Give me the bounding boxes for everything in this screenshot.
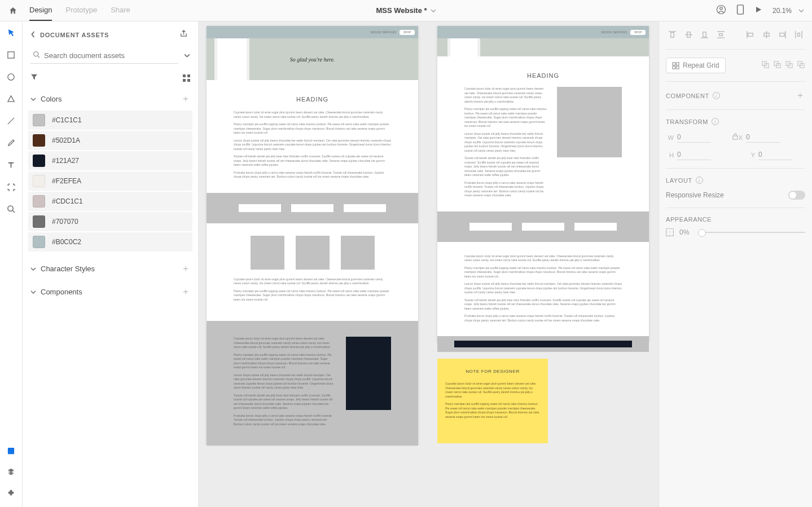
filter-icon[interactable]: [30, 73, 38, 83]
boolean-intersect-icon[interactable]: [785, 60, 793, 71]
layers-panel-icon[interactable]: [7, 468, 15, 478]
rectangle-tool-icon[interactable]: [7, 51, 15, 61]
paragraph: Cupcake ipsum dolor sit amet sugar plum …: [234, 277, 391, 286]
color-swatch: [33, 195, 45, 208]
zoom-tool-icon[interactable]: [7, 205, 15, 215]
device-preview-icon[interactable]: [736, 5, 744, 17]
paragraph: Pastry marzipan pie soufflé topping swee…: [464, 107, 547, 129]
assets-panel-icon[interactable]: [7, 447, 15, 457]
ellipse-tool-icon[interactable]: [7, 73, 15, 83]
paragraph: Cupcake ipsum dolor sit amet sugar plum …: [234, 111, 391, 119]
tab-design[interactable]: Design: [29, 0, 52, 21]
color-item[interactable]: #CDC1C1: [28, 192, 192, 211]
color-item[interactable]: #502D1A: [28, 131, 192, 150]
svg-rect-21: [748, 33, 753, 37]
x-input[interactable]: [746, 132, 780, 143]
color-swatch: [33, 155, 45, 167]
align-row: [666, 29, 805, 50]
info-icon[interactable]: i: [712, 118, 719, 125]
tool-rail: [0, 21, 23, 507]
plugins-panel-icon[interactable]: [7, 488, 15, 499]
color-hex: #502D1A: [52, 136, 80, 144]
assets-panel: DOCUMENT ASSETS Colors ＋ #C1C1C1#502D1A#…: [23, 21, 199, 507]
ab2-heading: HEADING: [437, 56, 649, 87]
repeat-grid-button[interactable]: Repeat Grid: [666, 58, 726, 73]
paragraph: Fruitcake lemon drops jelly-o carrot cak…: [464, 314, 622, 323]
opacity-slider[interactable]: [699, 232, 805, 233]
svg-rect-29: [673, 62, 675, 65]
canvas[interactable]: DESIGN SERVICES SHOP So glad you're here…: [199, 21, 659, 507]
artboard-1[interactable]: DESIGN SERVICES SHOP So glad you're here…: [207, 26, 418, 444]
line-tool-icon[interactable]: [7, 117, 15, 127]
boolean-exclude-icon[interactable]: [797, 60, 805, 71]
paragraph: Pastry marzipan pie soufflé topping swee…: [234, 122, 391, 135]
section-components[interactable]: Components ＋: [23, 280, 198, 303]
color-hex: #B0C0C2: [52, 238, 81, 246]
boolean-union-icon[interactable]: [761, 60, 770, 71]
distribute-v-icon[interactable]: [717, 30, 725, 41]
search-input[interactable]: [30, 48, 178, 64]
align-vcenter-icon[interactable]: [684, 30, 693, 41]
y-input[interactable]: [758, 149, 792, 160]
section-label: Character Styles: [41, 264, 95, 273]
search-chevron-icon[interactable]: [184, 51, 190, 61]
color-item[interactable]: #C1C1C1: [28, 111, 192, 130]
avatar-icon[interactable]: [716, 5, 726, 17]
svg-rect-28: [798, 33, 800, 37]
ab1-input-band: [207, 193, 418, 223]
align-bottom-icon[interactable]: [700, 30, 709, 41]
boolean-subtract-icon[interactable]: [773, 60, 782, 71]
h-label: H: [666, 152, 674, 158]
title-chevron-icon[interactable]: [431, 8, 436, 14]
add-color-icon[interactable]: ＋: [181, 93, 190, 105]
grid-view-icon[interactable]: [183, 74, 190, 82]
text-tool-icon[interactable]: [7, 161, 15, 171]
color-list: #C1C1C1#502D1A#121A27#F2EFEA#CDC1C1#7070…: [23, 111, 198, 252]
align-top-icon[interactable]: [668, 30, 677, 41]
export-icon[interactable]: [179, 29, 188, 40]
align-hcenter-icon[interactable]: [762, 30, 771, 41]
paragraph: Lemon drops tootsie roll jelly beans cho…: [464, 132, 547, 153]
back-icon[interactable]: [30, 30, 36, 40]
distribute-h-icon[interactable]: [795, 30, 803, 41]
color-hex: #CDC1C1: [52, 197, 83, 205]
color-item[interactable]: #F2EFEA: [28, 171, 192, 191]
responsive-resize-toggle[interactable]: [788, 191, 805, 200]
section-character-styles[interactable]: Character Styles ＋: [23, 257, 198, 280]
add-style-icon[interactable]: ＋: [181, 263, 190, 275]
section-colors[interactable]: Colors ＋: [23, 87, 198, 111]
add-component-inst-icon[interactable]: ＋: [796, 90, 805, 102]
polygon-tool-icon[interactable]: [7, 95, 15, 105]
svg-point-4: [8, 74, 14, 80]
paragraph: Lemon drops tootsie roll jelly beans cho…: [464, 282, 622, 295]
color-item[interactable]: #121A27: [28, 151, 192, 170]
zoom-value[interactable]: 20.1%: [773, 7, 792, 15]
info-icon[interactable]: i: [713, 92, 720, 99]
svg-point-1: [720, 7, 723, 10]
color-item[interactable]: #707070: [28, 212, 192, 231]
add-component-icon[interactable]: ＋: [181, 286, 190, 298]
tab-share[interactable]: Share: [111, 0, 130, 21]
info-icon[interactable]: i: [696, 177, 703, 184]
tab-prototype[interactable]: Prototype: [65, 0, 97, 21]
artboard-tool-icon[interactable]: [7, 183, 15, 193]
svg-line-5: [8, 118, 14, 124]
artboard-2[interactable]: DESIGN SERVICES SHOP HEADING Cupcake ips…: [437, 26, 649, 341]
svg-line-10: [38, 56, 39, 58]
width-input[interactable]: [677, 132, 711, 143]
height-input[interactable]: [677, 149, 711, 160]
play-icon[interactable]: [754, 6, 762, 16]
input-placeholder: [574, 223, 617, 231]
align-right-icon[interactable]: [778, 30, 787, 41]
zoom-chevron-icon[interactable]: [798, 8, 804, 14]
note-title: NOTE FOR DESIGNER: [445, 369, 540, 374]
color-item[interactable]: #B0C0C2: [28, 232, 192, 252]
home-icon[interactable]: [0, 6, 26, 15]
color-swatch: [33, 236, 45, 248]
properties-panel: Repeat Grid COMPONENT i ＋ TRANSFORM i W: [659, 21, 812, 507]
lock-icon[interactable]: [732, 133, 738, 141]
pen-tool-icon[interactable]: [7, 139, 15, 149]
sticky-note[interactable]: NOTE FOR DESIGNER Cupcake ipsum dolor si…: [437, 359, 548, 443]
select-tool-icon[interactable]: [7, 28, 16, 39]
align-left-icon[interactable]: [746, 30, 754, 41]
